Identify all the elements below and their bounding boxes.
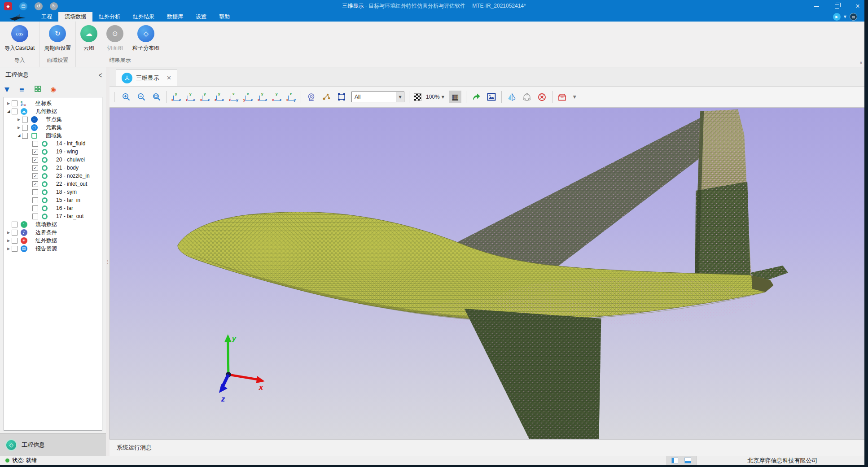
toolbar-drag-handle[interactable] — [114, 92, 116, 102]
tree-item[interactable]: 14 - int_fluid — [4, 140, 102, 148]
import-cas-dat-button[interactable]: cas导入Cas/Dat — [0, 24, 39, 53]
chevron-down-icon[interactable]: ▼ — [573, 95, 576, 99]
redo-button[interactable]: ↻ — [50, 2, 58, 10]
visibility-checkbox[interactable] — [32, 214, 38, 219]
tree-item[interactable]: 18 - sym — [4, 188, 102, 196]
contour-map-button[interactable]: ☁云图 — [76, 24, 102, 53]
chevron-down-icon[interactable]: ▼ — [844, 15, 846, 19]
visibility-checkbox[interactable]: ✓ — [32, 157, 38, 163]
ribbon-collapse-icon[interactable]: ∧ — [859, 60, 863, 65]
zoom-in-icon[interactable] — [121, 91, 132, 103]
visibility-checkbox[interactable]: ✓ — [32, 165, 38, 171]
visibility-checkbox[interactable] — [12, 109, 18, 114]
view-top-icon[interactable]: xzy — [229, 92, 239, 101]
expand-closed-icon[interactable]: ▶ — [6, 247, 11, 251]
menu-help[interactable]: 帮助 — [213, 12, 236, 22]
menu-flow-data[interactable]: 流场数据 — [58, 12, 92, 22]
expand-closed-icon[interactable]: ▶ — [6, 231, 11, 235]
minimize-button[interactable] — [806, 0, 827, 12]
visibility-checkbox[interactable] — [32, 189, 38, 195]
restore-button[interactable] — [827, 0, 847, 12]
panel-collapse-icon[interactable]: < — [99, 70, 102, 80]
run-icon[interactable]: ▶ — [833, 13, 841, 21]
menu-settings[interactable]: 设置 — [189, 12, 213, 22]
package-icon[interactable] — [557, 91, 568, 103]
iso-view-3-icon[interactable]: zxy — [286, 92, 296, 101]
box-select-icon[interactable] — [336, 91, 347, 103]
particle-distribution-button[interactable]: ◇粒子分布图 — [128, 24, 164, 53]
view-right-icon[interactable]: yzx — [215, 92, 224, 101]
visibility-checkbox[interactable] — [22, 133, 28, 139]
delete-icon[interactable] — [537, 91, 548, 103]
visibility-checkbox[interactable] — [32, 205, 38, 211]
tree-item[interactable]: 16 - far — [4, 204, 102, 212]
visibility-checkbox[interactable]: ✓ — [32, 181, 38, 187]
new-document-button[interactable]: ▤ — [19, 2, 27, 10]
chevron-down-icon[interactable]: ▼ — [396, 92, 404, 102]
tree-item[interactable]: ▶♪边界条件 — [4, 228, 102, 236]
tree-item[interactable]: 15 - far_in — [4, 196, 102, 204]
tree-item[interactable]: ✓21 - body — [4, 164, 102, 172]
grid-view-icon[interactable] — [35, 86, 41, 93]
tree-item[interactable]: ✓19 - wing — [4, 148, 102, 156]
tree-item[interactable]: ◢☁几何数据 — [4, 107, 102, 115]
panel-splitter[interactable]: ⋮ — [106, 67, 110, 456]
tree-item[interactable]: ▶☀红外数据 — [4, 236, 102, 244]
help-book-icon[interactable]: ▤ — [850, 13, 857, 21]
system-message-panel[interactable]: 系统运行消息 — [110, 439, 868, 456]
visibility-checkbox[interactable] — [12, 246, 18, 252]
tab-3d-view[interactable]: 三维显示 ✕ — [116, 69, 177, 86]
menu-project[interactable]: 工程 — [35, 12, 58, 22]
view-front-icon[interactable]: yxz — [171, 92, 181, 101]
tree-item[interactable]: ▶◌元素集 — [4, 123, 102, 131]
visibility-checkbox[interactable] — [22, 125, 28, 131]
periodic-surface-button[interactable]: ↻周期面设置 — [39, 24, 75, 53]
expand-closed-icon[interactable]: ▶ — [6, 239, 11, 243]
panel-footer[interactable]: ◇ 工程信息 — [0, 433, 106, 456]
app-logo-button[interactable]: ◆ — [4, 2, 12, 10]
visibility-checkbox[interactable] — [32, 197, 38, 203]
viewport-3d[interactable]: y x z — [110, 108, 868, 439]
display-filter-select[interactable]: All ▼ — [351, 92, 404, 102]
zoom-fit-icon[interactable] — [151, 91, 162, 103]
visibility-checkbox[interactable] — [12, 238, 18, 244]
menu-ir-analysis[interactable]: 红外分析 — [92, 12, 127, 22]
locate-target-icon[interactable]: ◉ — [51, 86, 56, 93]
visibility-checkbox[interactable] — [22, 117, 28, 122]
export-icon[interactable] — [471, 91, 482, 103]
section-sphere-icon[interactable] — [522, 91, 532, 103]
tab-close-icon[interactable]: ✕ — [167, 74, 171, 81]
tree-item[interactable]: ▶··节点集 — [4, 115, 102, 123]
expand-open-icon[interactable]: ◢ — [16, 133, 22, 138]
tree-item[interactable]: ∴流场数据 — [4, 220, 102, 228]
particle-trace-icon[interactable] — [321, 91, 332, 103]
layout-left-panel-icon[interactable] — [671, 458, 678, 463]
tree-item[interactable]: ✓20 - chuiwei — [4, 156, 102, 164]
mesh-toggle-button[interactable]: ▦ — [449, 91, 461, 103]
visibility-checkbox[interactable] — [12, 230, 18, 236]
visibility-checkbox[interactable] — [12, 222, 18, 227]
visibility-checkbox[interactable] — [32, 141, 38, 147]
aircraft-model[interactable]: y x z — [110, 108, 868, 439]
zoom-out-icon[interactable] — [136, 91, 147, 103]
probe-icon[interactable] — [306, 91, 316, 103]
tree-item[interactable]: ✓22 - inlet_out — [4, 180, 102, 188]
zoom-level-dropdown[interactable]: 100%▼ — [426, 94, 444, 100]
expand-closed-icon[interactable]: ▶ — [6, 101, 11, 105]
snapshot-icon[interactable] — [486, 91, 497, 103]
visibility-checkbox[interactable]: ✓ — [32, 149, 38, 155]
view-bottom-icon[interactable]: xyz — [243, 92, 253, 101]
menu-ir-results[interactable]: 红外结果 — [127, 12, 161, 22]
mirror-icon[interactable] — [506, 91, 517, 103]
undo-button[interactable]: ↺ — [35, 2, 43, 10]
tree-item[interactable]: 17 - far_out — [4, 212, 102, 220]
visibility-checkbox[interactable] — [12, 100, 18, 106]
menu-database[interactable]: 数据库 — [161, 12, 189, 22]
transparency-icon[interactable] — [414, 93, 421, 101]
tree-item[interactable]: ▶▤报告资源 — [4, 244, 102, 253]
view-back-icon[interactable]: yzx — [186, 92, 196, 101]
expand-closed-icon[interactable]: ▶ — [16, 118, 22, 122]
expand-open-icon[interactable]: ◢ — [6, 109, 11, 113]
visibility-checkbox[interactable]: ✓ — [32, 173, 38, 179]
tree-item[interactable]: ✓23 - nozzle_in — [4, 172, 102, 180]
